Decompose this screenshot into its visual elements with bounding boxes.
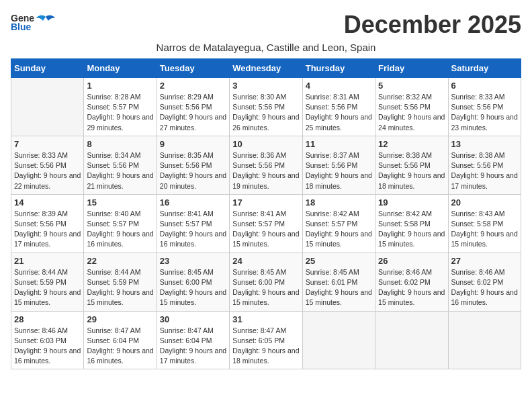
day-number: 1: [87, 81, 153, 91]
calendar-cell: 20 Sunrise: 8:43 AM Sunset: 5:58 PM Dayl…: [448, 194, 521, 253]
calendar-cell: 24 Sunrise: 8:45 AM Sunset: 6:00 PM Dayl…: [230, 253, 302, 311]
day-number: 3: [232, 81, 299, 91]
logo-icon: General Blue: [11, 11, 35, 32]
day-number: 17: [232, 197, 299, 208]
day-number: 15: [87, 197, 153, 208]
sunrise-text: Sunrise: 8:47 AM: [87, 326, 153, 336]
calendar-cell: 12 Sunrise: 8:38 AM Sunset: 5:56 PM Dayl…: [375, 136, 448, 194]
day-number: 14: [14, 197, 81, 208]
calendar-cell: 26 Sunrise: 8:46 AM Sunset: 6:02 PM Dayl…: [375, 253, 448, 311]
sunset-text: Sunset: 6:02 PM: [378, 277, 445, 287]
calendar-cell: 21 Sunrise: 8:44 AM Sunset: 5:59 PM Dayl…: [11, 253, 84, 311]
day-number: 18: [306, 197, 372, 208]
sunset-text: Sunset: 5:56 PM: [160, 161, 226, 171]
day-number: 9: [160, 139, 226, 149]
sunrise-text: Sunrise: 8:32 AM: [378, 92, 445, 102]
daylight-text: Daylight: 9 hours and 16 minutes.: [87, 229, 153, 249]
sunset-text: Sunset: 6:03 PM: [14, 336, 81, 346]
day-number: 19: [378, 197, 445, 208]
day-number: 6: [451, 81, 518, 91]
daylight-text: Daylight: 9 hours and 15 minutes.: [160, 287, 226, 308]
sunrise-text: Sunrise: 8:28 AM: [87, 92, 153, 102]
sunset-text: Sunset: 5:59 PM: [87, 277, 153, 287]
day-info: Sunrise: 8:42 AM Sunset: 5:57 PM Dayligh…: [306, 209, 372, 250]
sunset-text: Sunset: 5:56 PM: [451, 102, 518, 112]
sunset-text: Sunset: 5:56 PM: [232, 161, 299, 171]
page-header: General Blue December 2025: [11, 11, 521, 39]
calendar-week-row: 14 Sunrise: 8:39 AM Sunset: 5:56 PM Dayl…: [11, 194, 521, 253]
day-info: Sunrise: 8:35 AM Sunset: 5:56 PM Dayligh…: [160, 150, 226, 191]
day-info: Sunrise: 8:34 AM Sunset: 5:56 PM Dayligh…: [87, 150, 153, 191]
day-number: 27: [451, 256, 518, 266]
sunset-text: Sunset: 5:56 PM: [306, 161, 372, 171]
weekday-header-friday: Friday: [375, 59, 448, 78]
calendar-week-row: 28 Sunrise: 8:46 AM Sunset: 6:03 PM Dayl…: [11, 311, 521, 369]
month-title: December 2025: [344, 11, 521, 39]
sunrise-text: Sunrise: 8:42 AM: [378, 209, 445, 219]
day-number: 25: [306, 256, 372, 266]
day-info: Sunrise: 8:38 AM Sunset: 5:56 PM Dayligh…: [378, 150, 445, 191]
sunset-text: Sunset: 6:00 PM: [160, 277, 226, 287]
sunset-text: Sunset: 6:04 PM: [87, 336, 153, 346]
sunset-text: Sunset: 6:02 PM: [451, 277, 518, 287]
sunrise-text: Sunrise: 8:46 AM: [451, 267, 518, 277]
sunrise-text: Sunrise: 8:44 AM: [87, 267, 153, 277]
day-info: Sunrise: 8:41 AM Sunset: 5:57 PM Dayligh…: [160, 209, 226, 250]
daylight-text: Daylight: 9 hours and 18 minutes.: [306, 171, 372, 191]
sunrise-text: Sunrise: 8:41 AM: [160, 209, 226, 219]
sunset-text: Sunset: 6:05 PM: [232, 336, 299, 346]
daylight-text: Daylight: 9 hours and 16 minutes.: [87, 346, 153, 366]
sunrise-text: Sunrise: 8:45 AM: [232, 267, 299, 277]
day-number: 12: [378, 139, 445, 149]
calendar-cell: 17 Sunrise: 8:41 AM Sunset: 5:57 PM Dayl…: [230, 194, 302, 253]
daylight-text: Daylight: 9 hours and 19 minutes.: [232, 171, 299, 191]
calendar-table: SundayMondayTuesdayWednesdayThursdayFrid…: [11, 58, 521, 369]
day-number: 29: [87, 314, 153, 324]
sunset-text: Sunset: 5:56 PM: [306, 102, 372, 112]
daylight-text: Daylight: 9 hours and 16 minutes.: [160, 229, 226, 249]
day-number: 20: [451, 197, 518, 208]
day-info: Sunrise: 8:37 AM Sunset: 5:56 PM Dayligh…: [306, 150, 372, 191]
sunrise-text: Sunrise: 8:33 AM: [451, 92, 518, 102]
daylight-text: Daylight: 9 hours and 15 minutes.: [378, 229, 445, 249]
daylight-text: Daylight: 9 hours and 24 minutes.: [378, 112, 445, 132]
sunset-text: Sunset: 5:58 PM: [378, 219, 445, 229]
sunrise-text: Sunrise: 8:30 AM: [232, 92, 299, 102]
calendar-cell: [11, 78, 84, 136]
sunrise-text: Sunrise: 8:43 AM: [451, 209, 518, 219]
sunrise-text: Sunrise: 8:44 AM: [14, 267, 81, 277]
sunset-text: Sunset: 5:57 PM: [306, 219, 372, 229]
calendar-cell: 25 Sunrise: 8:45 AM Sunset: 6:01 PM Dayl…: [302, 253, 375, 311]
daylight-text: Daylight: 9 hours and 15 minutes.: [451, 229, 518, 249]
daylight-text: Daylight: 9 hours and 16 minutes.: [14, 346, 81, 366]
day-info: Sunrise: 8:45 AM Sunset: 6:01 PM Dayligh…: [306, 267, 372, 308]
calendar-cell: 15 Sunrise: 8:40 AM Sunset: 5:57 PM Dayl…: [84, 194, 157, 253]
daylight-text: Daylight: 9 hours and 29 minutes.: [87, 112, 153, 132]
sunset-text: Sunset: 5:56 PM: [160, 102, 226, 112]
calendar-cell: 19 Sunrise: 8:42 AM Sunset: 5:58 PM Dayl…: [375, 194, 448, 253]
weekday-header-sunday: Sunday: [11, 59, 84, 78]
calendar-cell: 9 Sunrise: 8:35 AM Sunset: 5:56 PM Dayli…: [157, 136, 229, 194]
sunset-text: Sunset: 5:59 PM: [14, 277, 81, 287]
sunrise-text: Sunrise: 8:45 AM: [160, 267, 226, 277]
day-info: Sunrise: 8:29 AM Sunset: 5:56 PM Dayligh…: [160, 92, 226, 133]
day-info: Sunrise: 8:33 AM Sunset: 5:56 PM Dayligh…: [14, 150, 81, 191]
logo: General Blue: [11, 11, 55, 32]
daylight-text: Daylight: 9 hours and 15 minutes.: [378, 287, 445, 308]
daylight-text: Daylight: 9 hours and 15 minutes.: [232, 287, 299, 308]
calendar-cell: 13 Sunrise: 8:38 AM Sunset: 5:56 PM Dayl…: [448, 136, 521, 194]
calendar-cell: 4 Sunrise: 8:31 AM Sunset: 5:56 PM Dayli…: [302, 78, 375, 136]
calendar-header-row: SundayMondayTuesdayWednesdayThursdayFrid…: [11, 59, 521, 78]
day-number: 8: [87, 139, 153, 149]
day-info: Sunrise: 8:42 AM Sunset: 5:58 PM Dayligh…: [378, 209, 445, 250]
daylight-text: Daylight: 9 hours and 25 minutes.: [306, 112, 372, 132]
sunrise-text: Sunrise: 8:41 AM: [232, 209, 299, 219]
day-info: Sunrise: 8:38 AM Sunset: 5:56 PM Dayligh…: [451, 150, 518, 191]
day-number: 28: [14, 314, 81, 324]
calendar-cell: 23 Sunrise: 8:45 AM Sunset: 6:00 PM Dayl…: [157, 253, 229, 311]
day-info: Sunrise: 8:44 AM Sunset: 5:59 PM Dayligh…: [14, 267, 81, 308]
calendar-cell: [448, 311, 521, 369]
daylight-text: Daylight: 9 hours and 27 minutes.: [160, 112, 226, 132]
day-number: 21: [14, 256, 81, 266]
calendar-cell: 6 Sunrise: 8:33 AM Sunset: 5:56 PM Dayli…: [448, 78, 521, 136]
